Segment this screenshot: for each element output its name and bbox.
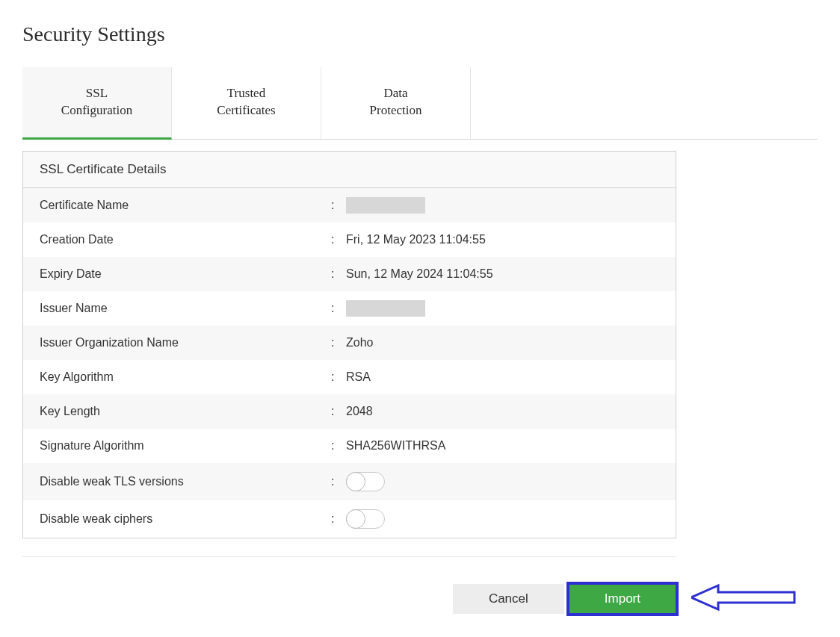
row-label: Disable weak TLS versions: [40, 475, 331, 488]
toggle-disable-weak-tls[interactable]: [346, 472, 385, 491]
row-signature-algorithm: Signature Algorithm : SHA256WITHRSA: [23, 429, 676, 463]
svg-marker-0: [691, 585, 794, 609]
row-value: [346, 300, 659, 317]
row-label: Key Algorithm: [40, 370, 331, 384]
row-label: Expiry Date: [40, 267, 331, 281]
redacted-value: [346, 300, 425, 317]
colon: :: [331, 302, 346, 315]
colon: :: [331, 439, 346, 453]
tab-label: TrustedCertificates: [217, 86, 275, 117]
row-value: [346, 197, 659, 214]
colon: :: [331, 336, 346, 349]
row-disable-weak-tls: Disable weak TLS versions :: [23, 463, 676, 500]
row-label: Issuer Organization Name: [40, 336, 331, 349]
toggle-knob: [346, 509, 365, 529]
tab-label: SSLConfiguration: [61, 86, 132, 117]
page-title: Security Settings: [22, 22, 818, 46]
row-disable-weak-ciphers: Disable weak ciphers :: [23, 500, 676, 538]
row-issuer-org-name: Issuer Organization Name : Zoho: [23, 326, 676, 360]
toggle-disable-weak-ciphers[interactable]: [346, 509, 385, 529]
row-value: 2048: [346, 405, 659, 418]
actions-bar: Cancel Import: [22, 584, 676, 614]
toggle-knob: [346, 472, 365, 491]
tabs: SSLConfiguration TrustedCertificates Dat…: [22, 67, 818, 140]
tab-trusted-certificates[interactable]: TrustedCertificates: [172, 67, 321, 139]
row-expiry-date: Expiry Date : Sun, 12 May 2024 11:04:55: [23, 257, 676, 291]
colon: :: [331, 199, 346, 212]
row-value: [346, 472, 659, 491]
row-label: Signature Algorithm: [40, 439, 331, 453]
colon: :: [331, 370, 346, 384]
row-label: Issuer Name: [40, 302, 331, 315]
panel-header: SSL Certificate Details: [23, 152, 676, 188]
panel-rows: Certificate Name : Creation Date : Fri, …: [23, 188, 676, 538]
row-key-algorithm: Key Algorithm : RSA: [23, 360, 676, 394]
colon: :: [331, 512, 346, 526]
row-value: Zoho: [346, 336, 659, 349]
colon: :: [331, 405, 346, 418]
cancel-button[interactable]: Cancel: [453, 584, 564, 614]
row-value: Sun, 12 May 2024 11:04:55: [346, 267, 659, 281]
row-issuer-name: Issuer Name :: [23, 291, 676, 326]
row-value: RSA: [346, 370, 659, 384]
row-label: Certificate Name: [40, 199, 331, 212]
redacted-value: [346, 197, 425, 214]
row-label: Disable weak ciphers: [40, 512, 331, 526]
row-value: Fri, 12 May 2023 11:04:55: [346, 233, 659, 246]
colon: :: [331, 233, 346, 246]
row-value: SHA256WITHRSA: [346, 439, 659, 453]
divider: [22, 556, 676, 557]
tab-data-protection[interactable]: DataProtection: [321, 67, 471, 139]
arrow-annotation-icon: [691, 582, 796, 615]
row-label: Creation Date: [40, 233, 331, 246]
row-label: Key Length: [40, 405, 331, 418]
tab-ssl-configuration[interactable]: SSLConfiguration: [22, 67, 172, 140]
import-button[interactable]: Import: [569, 584, 676, 614]
colon: :: [331, 267, 346, 281]
row-certificate-name: Certificate Name :: [23, 188, 676, 223]
row-creation-date: Creation Date : Fri, 12 May 2023 11:04:5…: [23, 223, 676, 257]
colon: :: [331, 475, 346, 488]
row-key-length: Key Length : 2048: [23, 394, 676, 429]
tab-label: DataProtection: [370, 86, 422, 117]
row-value: [346, 509, 659, 529]
ssl-certificate-details-panel: SSL Certificate Details Certificate Name…: [22, 151, 676, 538]
